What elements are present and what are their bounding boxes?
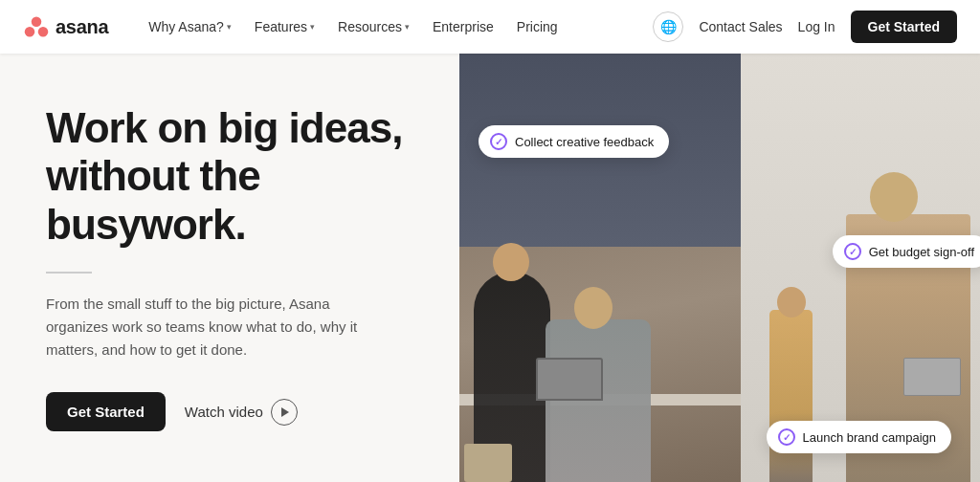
hero-cta: Get Started Watch video <box>46 392 413 431</box>
svg-point-1 <box>25 27 35 37</box>
main-content: Work on big ideas, without the busywork.… <box>0 54 980 482</box>
chevron-down-icon: ▾ <box>310 22 315 32</box>
check-icon <box>844 243 861 260</box>
asana-logo-icon <box>23 13 50 40</box>
office-photo-left: Collect creative feedback <box>459 54 746 482</box>
play-icon <box>271 399 298 426</box>
laptop-right <box>903 358 961 396</box>
chevron-down-icon: ▾ <box>405 22 410 32</box>
nav-logo[interactable]: asana <box>23 13 108 40</box>
globe-icon[interactable]: 🌐 <box>653 11 683 42</box>
hero-title: Work on big ideas, without the busywork. <box>46 104 413 250</box>
svg-point-2 <box>38 27 49 37</box>
chevron-down-icon: ▾ <box>227 22 232 32</box>
nav-contact-sales[interactable]: Contact Sales <box>699 19 782 34</box>
nav-item-enterprise[interactable]: Enterprise <box>423 13 503 40</box>
hero-divider <box>46 272 92 274</box>
nav-item-why-asana[interactable]: Why Asana? ▾ <box>139 13 241 40</box>
check-icon <box>778 428 795 446</box>
task-card-launch: Launch brand campaign <box>767 421 952 453</box>
nav-logo-text: asana <box>56 16 108 38</box>
office-photo-right: Get budget sign-off Launch brand campaig… <box>741 54 980 482</box>
hero-get-started-button[interactable]: Get Started <box>46 392 166 431</box>
nav-right: 🌐 Contact Sales Log In Get Started <box>653 11 957 43</box>
nav-item-resources[interactable]: Resources ▾ <box>328 13 419 40</box>
check-icon <box>490 133 507 150</box>
task-card-budget: Get budget sign-off <box>833 235 980 268</box>
hero-subtitle: From the small stuff to the big picture,… <box>46 293 390 362</box>
nav-log-in[interactable]: Log In <box>798 19 835 34</box>
task-card-collect: Collect creative feedback <box>479 125 669 158</box>
navbar: asana Why Asana? ▾ Features ▾ Resources … <box>0 0 980 54</box>
nav-item-pricing[interactable]: Pricing <box>507 13 568 40</box>
nav-links: Why Asana? ▾ Features ▾ Resources ▾ Ente… <box>139 13 653 40</box>
laptop <box>536 358 603 401</box>
hero-watch-video-button[interactable]: Watch video <box>185 399 298 426</box>
hero-right: Collect creative feedback Get <box>459 54 980 482</box>
nav-get-started-button[interactable]: Get Started <box>851 11 957 43</box>
svg-point-0 <box>32 17 42 28</box>
hero-left: Work on big ideas, without the busywork.… <box>0 54 459 482</box>
nav-item-features[interactable]: Features ▾ <box>245 13 324 40</box>
